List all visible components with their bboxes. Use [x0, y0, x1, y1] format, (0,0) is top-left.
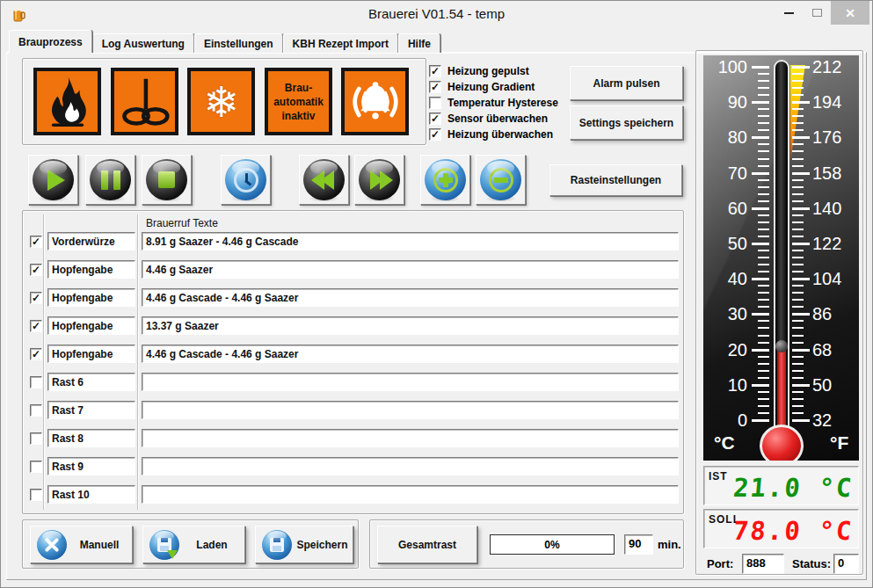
tab-kbh-rezept-import[interactable]: KBH Rezept Import — [283, 33, 398, 53]
forward-button[interactable] — [354, 155, 404, 205]
row-checkbox[interactable] — [30, 404, 42, 417]
timer-button[interactable] — [221, 155, 271, 205]
heating-indicator[interactable] — [33, 68, 101, 135]
rast-name-field[interactable]: Rast 9 — [47, 457, 135, 475]
close-button[interactable]: ✕ — [831, 1, 869, 25]
scale-tick — [792, 264, 804, 265]
checkbox-heizung-überwachen[interactable]: ✓ — [429, 128, 441, 141]
brauerruf-text-field[interactable] — [142, 485, 679, 504]
connection-row: Port: 888 Status: 0 — [703, 554, 859, 575]
row-checkbox[interactable]: ✓ — [30, 320, 42, 332]
manuell-button[interactable]: Manuell — [30, 526, 133, 563]
scale-tick — [758, 214, 769, 216]
brew-automatic-indicator[interactable]: Brau- automatik inaktiv — [265, 68, 332, 135]
play-button[interactable] — [28, 155, 78, 205]
scale-tick — [792, 150, 804, 152]
rast-name-field[interactable]: Vorderwürze — [47, 232, 135, 250]
scale-tick — [752, 66, 769, 69]
brauerruf-text-field[interactable]: 4.46 g Saazer — [142, 260, 679, 279]
rast-name-field[interactable]: Hopfengabe — [47, 345, 135, 363]
stop-button[interactable] — [142, 155, 192, 205]
brauerruf-text-field[interactable] — [142, 457, 679, 475]
scale-tick — [792, 94, 804, 96]
brauerruf-text-field[interactable]: 4.46 g Cascade - 4.46 g Saazer — [142, 345, 679, 363]
row-checkbox[interactable]: ✓ — [30, 264, 42, 276]
decrease-button[interactable] — [476, 155, 526, 205]
row-checkbox[interactable]: ✓ — [30, 292, 42, 304]
alarm-indicator[interactable] — [341, 68, 409, 135]
rasteinstellungen-button[interactable]: Rasteinstellungen — [549, 164, 682, 196]
pause-button[interactable] — [85, 155, 135, 205]
scale-tick — [758, 186, 769, 188]
rast-name-field[interactable]: Rast 8 — [47, 429, 135, 447]
port-input[interactable]: 888 — [742, 554, 784, 574]
fahrenheit-tick-label: 212 — [812, 57, 858, 77]
maximize-button[interactable] — [803, 1, 831, 25]
row-checkbox[interactable] — [30, 432, 42, 445]
snowflake-icon: ❄ — [203, 81, 238, 123]
file-button-group: Manuell Laden Speichern — [22, 519, 359, 569]
brauerruf-text-field[interactable]: 8.91 g Saazer - 4.46 g Cascade — [142, 232, 679, 250]
tab-hilfe[interactable]: Hilfe — [398, 33, 440, 53]
checkbox-heizung-gepulst[interactable]: ✓ — [429, 65, 441, 77]
brauerruf-text-field[interactable]: 13.37 g Saazer — [142, 316, 679, 335]
rast-name-field[interactable]: Rast 6 — [47, 373, 135, 391]
rast-name-field[interactable]: Hopfengabe — [47, 288, 135, 307]
minimize-button[interactable] — [775, 1, 803, 25]
brauerruf-text-field[interactable] — [142, 429, 679, 447]
window-title: Brauerei V01.54 - temp — [1, 6, 872, 21]
checkbox-heizung-gradient[interactable]: ✓ — [429, 81, 441, 93]
gesamtrast-button[interactable]: Gesamtrast — [377, 526, 477, 563]
brauerruf-text-field[interactable] — [142, 373, 679, 391]
scale-tick — [792, 356, 804, 358]
speichern-button[interactable]: Speichern — [255, 526, 353, 563]
cooling-indicator[interactable]: ❄ — [187, 68, 255, 135]
checkbox-temperatur-hysterese[interactable] — [429, 97, 441, 109]
rast-name-field[interactable]: Hopfengabe — [47, 316, 135, 335]
scale-tick — [792, 129, 804, 131]
celsius-tick-label: 50 — [703, 234, 747, 254]
stirrer-indicator[interactable] — [111, 68, 178, 135]
mercury-top-ball — [775, 340, 788, 352]
alarm-pulsen-button[interactable]: Alarm pulsen — [570, 66, 683, 100]
rewind-button[interactable] — [299, 155, 349, 205]
laden-button[interactable]: Laden — [142, 526, 245, 563]
scale-tick — [758, 292, 769, 294]
increase-button[interactable] — [420, 155, 470, 205]
scale-tick — [758, 87, 769, 89]
brauerruf-text-field[interactable] — [142, 401, 679, 419]
scale-tick — [792, 327, 804, 329]
scale-tick — [792, 363, 804, 365]
fahrenheit-unit-label: °F — [830, 432, 848, 454]
row-checkbox[interactable] — [30, 461, 42, 473]
tab-einstellungen[interactable]: Einstellungen — [194, 33, 283, 53]
row-checkbox[interactable]: ✓ — [30, 348, 42, 360]
scale-tick — [758, 285, 769, 287]
scale-tick — [758, 221, 769, 223]
tab-brauprozess[interactable]: Brauprozess — [9, 30, 92, 53]
scale-tick — [752, 278, 769, 280]
scale-tick — [752, 313, 769, 316]
status-input[interactable]: 0 — [833, 554, 859, 574]
row-checkbox[interactable]: ✓ — [30, 236, 42, 248]
duration-input[interactable]: 90 — [624, 534, 653, 555]
tools-icon — [37, 530, 67, 560]
row-checkbox[interactable] — [30, 376, 42, 388]
tab-log-auswertung[interactable]: Log Auswertung — [92, 33, 194, 53]
brauerruf-text-field[interactable]: 4.46 g Cascade - 4.46 g Saazer — [142, 288, 679, 307]
rast-name-field[interactable]: Hopfengabe — [47, 260, 135, 279]
scale-tick — [758, 271, 769, 272]
settings-speichern-button[interactable]: Settings speichern — [570, 105, 683, 140]
rast-name-field[interactable]: Rast 10 — [47, 485, 135, 504]
plus-icon — [425, 159, 466, 200]
option-list: ✓Heizung gepulst✓Heizung GradientTempera… — [429, 63, 558, 142]
scale-tick — [758, 391, 769, 393]
scale-tick — [792, 73, 804, 75]
celsius-tick-label: 40 — [703, 269, 747, 289]
checkbox-sensor-überwachen[interactable]: ✓ — [429, 113, 441, 125]
pause-icon — [90, 159, 131, 200]
scale-tick — [792, 66, 810, 69]
row-checkbox[interactable] — [30, 489, 42, 501]
rast-name-field[interactable]: Rast 7 — [47, 401, 135, 419]
scale-tick — [792, 398, 804, 400]
